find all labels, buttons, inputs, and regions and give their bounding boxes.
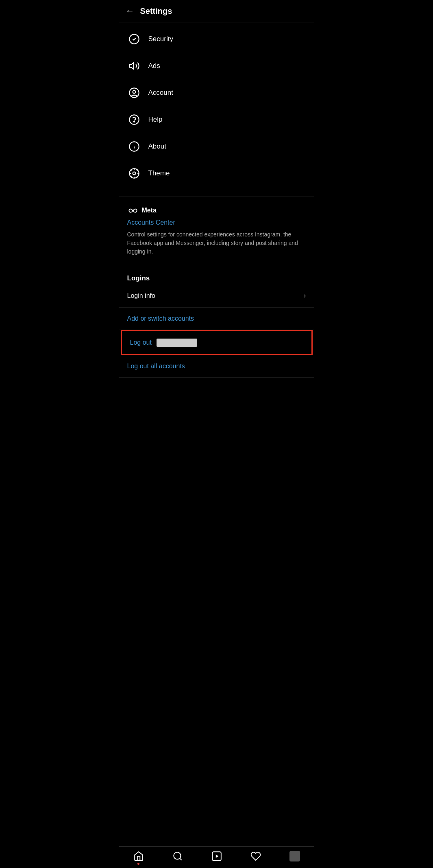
meta-section: Meta Accounts Center Control settings fo… [119, 197, 314, 259]
about-icon [127, 140, 141, 153]
sidebar-item-about[interactable]: About [119, 133, 314, 160]
sidebar-item-theme[interactable]: Theme [119, 160, 314, 187]
ads-label: Ads [148, 62, 160, 70]
security-label: Security [148, 35, 173, 43]
bottom-nav [119, 846, 314, 868]
back-button[interactable]: ← [126, 6, 135, 16]
help-icon [127, 113, 141, 127]
profile-avatar [289, 851, 300, 861]
sidebar-item-security[interactable]: Security [119, 26, 314, 52]
login-info-label: Login info [127, 292, 155, 300]
home-icon [133, 851, 144, 861]
logout-username-redacted [157, 339, 197, 347]
account-icon [127, 86, 141, 100]
svg-marker-22 [215, 855, 218, 858]
nav-home[interactable] [133, 851, 144, 861]
svg-point-2 [129, 88, 139, 97]
about-label: About [148, 142, 166, 151]
logout-row[interactable]: Log out [121, 330, 313, 355]
nav-search[interactable] [172, 851, 183, 861]
account-label: Account [148, 89, 173, 97]
meta-infinity-icon [127, 207, 139, 214]
svg-point-19 [174, 852, 181, 859]
theme-label: Theme [148, 169, 170, 177]
nav-profile[interactable] [289, 851, 300, 861]
svg-point-4 [129, 115, 139, 124]
meta-logo: Meta [127, 207, 306, 214]
sidebar-item-account[interactable]: Account [119, 79, 314, 106]
svg-line-20 [180, 858, 182, 860]
theme-icon [127, 166, 141, 180]
logout-label: Log out [130, 339, 152, 346]
add-switch-accounts-link[interactable]: Add or switch accounts [119, 308, 314, 330]
svg-point-10 [133, 172, 135, 175]
meta-logo-text: Meta [142, 207, 157, 214]
search-icon [172, 851, 183, 861]
bottom-spacer [119, 378, 314, 410]
ads-icon [127, 59, 141, 73]
reels-icon [211, 851, 222, 861]
svg-point-3 [133, 90, 135, 93]
logins-heading: Logins [127, 274, 306, 282]
login-info-row[interactable]: Login info › [119, 284, 314, 308]
svg-point-5 [133, 121, 134, 122]
sidebar-item-ads[interactable]: Ads [119, 52, 314, 79]
page-title: Settings [140, 7, 172, 16]
heart-icon [250, 851, 261, 861]
nav-reels[interactable] [211, 851, 222, 861]
help-label: Help [148, 116, 163, 124]
settings-list: Security Ads Account [119, 22, 314, 190]
settings-header: ← Settings [119, 0, 314, 22]
home-active-dot [137, 863, 139, 865]
accounts-center-link[interactable]: Accounts Center [127, 219, 306, 226]
security-icon [127, 32, 141, 46]
sidebar-item-help[interactable]: Help [119, 106, 314, 133]
logout-all-accounts-link[interactable]: Log out all accounts [119, 355, 314, 378]
nav-likes[interactable] [250, 851, 261, 861]
svg-marker-1 [129, 63, 134, 69]
meta-description: Control settings for connected experienc… [127, 230, 306, 256]
chevron-right-icon: › [304, 291, 306, 300]
logins-section: Logins [119, 266, 314, 282]
